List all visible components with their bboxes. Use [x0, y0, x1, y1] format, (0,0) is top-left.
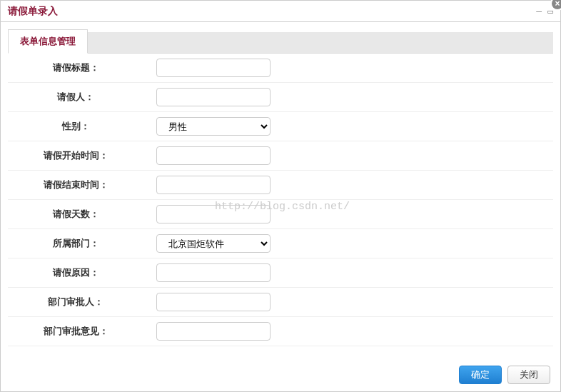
row-end-time: 请假结束时间：: [8, 171, 553, 200]
input-leave-title[interactable]: [156, 59, 271, 77]
minimize-icon[interactable]: —: [536, 6, 542, 16]
row-start-time: 请假开始时间：: [8, 141, 553, 171]
label-days: 请假天数：: [8, 200, 143, 229]
form-table: 请假标题： 请假人： 性别： 男性 请假开始时间： 请假结束时间：: [8, 54, 553, 346]
label-gender: 性别：: [8, 112, 143, 141]
label-leave-title: 请假标题：: [8, 54, 143, 83]
window-controls: — ▭: [536, 6, 553, 16]
dialog-window: × 请假单录入 — ▭ 表单信息管理 请假标题： 请假人： 性别：: [0, 0, 561, 392]
input-reason[interactable]: [156, 263, 271, 282]
dialog-title: 请假单录入: [8, 5, 58, 18]
input-days[interactable]: [156, 205, 271, 223]
input-start-time[interactable]: [156, 146, 271, 165]
row-days: 请假天数：: [8, 200, 553, 229]
label-approval-comment: 部门审批意见：: [8, 317, 143, 346]
row-leave-title: 请假标题：: [8, 54, 553, 83]
dialog-content: 表单信息管理 请假标题： 请假人： 性别： 男性 请假开始时间：: [1, 22, 560, 353]
row-approval-comment: 部门审批意见：: [8, 317, 553, 346]
ok-button[interactable]: 确定: [459, 366, 502, 384]
label-start-time: 请假开始时间：: [8, 141, 143, 171]
row-reason: 请假原因：: [8, 258, 553, 288]
row-approver: 部门审批人：: [8, 288, 553, 317]
select-department[interactable]: 北京国炬软件: [156, 234, 271, 253]
row-applicant: 请假人：: [8, 83, 553, 112]
input-approver[interactable]: [156, 293, 271, 311]
label-reason: 请假原因：: [8, 258, 143, 288]
input-end-time[interactable]: [156, 176, 271, 194]
close-button[interactable]: 关闭: [507, 366, 550, 384]
tab-strip: 表单信息管理: [8, 32, 553, 54]
label-department: 所属部门：: [8, 229, 143, 258]
title-bar: 请假单录入 — ▭: [1, 1, 560, 22]
input-approval-comment[interactable]: [156, 322, 271, 341]
dialog-footer: 确定 关闭: [459, 366, 550, 384]
select-gender[interactable]: 男性: [156, 117, 271, 136]
row-department: 所属部门： 北京国炬软件: [8, 229, 553, 258]
input-applicant[interactable]: [156, 88, 271, 106]
row-gender: 性别： 男性: [8, 112, 553, 141]
label-end-time: 请假结束时间：: [8, 171, 143, 200]
tab-form-info[interactable]: 表单信息管理: [8, 29, 88, 54]
label-approver: 部门审批人：: [8, 288, 143, 317]
label-applicant: 请假人：: [8, 83, 143, 112]
